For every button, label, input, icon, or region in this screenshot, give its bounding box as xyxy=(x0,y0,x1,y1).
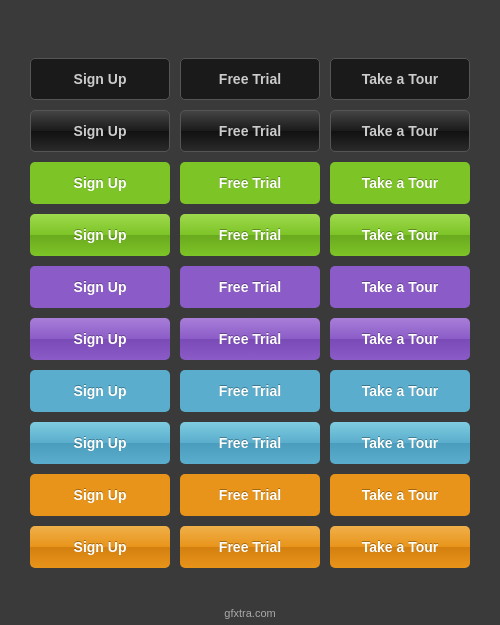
taketour-button[interactable]: Take a Tour xyxy=(330,162,470,204)
signup-button[interactable]: Sign Up xyxy=(30,474,170,516)
freetrial-button[interactable]: Free Trial xyxy=(180,162,320,204)
taketour-button[interactable]: Take a Tour xyxy=(330,370,470,412)
signup-button[interactable]: Sign Up xyxy=(30,162,170,204)
taketour-button[interactable]: Take a Tour xyxy=(330,318,470,360)
signup-button[interactable]: Sign Up xyxy=(30,422,170,464)
button-row-1: Sign UpFree TrialTake a Tour xyxy=(18,110,482,152)
signup-button[interactable]: Sign Up xyxy=(30,318,170,360)
taketour-button[interactable]: Take a Tour xyxy=(330,214,470,256)
freetrial-button[interactable]: Free Trial xyxy=(180,318,320,360)
taketour-button[interactable]: Take a Tour xyxy=(330,526,470,568)
freetrial-button[interactable]: Free Trial xyxy=(180,110,320,152)
watermark: gfxtra.com xyxy=(224,607,275,619)
taketour-button[interactable]: Take a Tour xyxy=(330,266,470,308)
taketour-button[interactable]: Take a Tour xyxy=(330,58,470,100)
freetrial-button[interactable]: Free Trial xyxy=(180,422,320,464)
button-row-3: Sign UpFree TrialTake a Tour xyxy=(18,214,482,256)
signup-button[interactable]: Sign Up xyxy=(30,370,170,412)
freetrial-button[interactable]: Free Trial xyxy=(180,526,320,568)
freetrial-button[interactable]: Free Trial xyxy=(180,214,320,256)
button-row-0: Sign UpFree TrialTake a Tour xyxy=(18,58,482,100)
button-row-2: Sign UpFree TrialTake a Tour xyxy=(18,162,482,204)
button-row-8: Sign UpFree TrialTake a Tour xyxy=(18,474,482,516)
signup-button[interactable]: Sign Up xyxy=(30,266,170,308)
signup-button[interactable]: Sign Up xyxy=(30,214,170,256)
freetrial-button[interactable]: Free Trial xyxy=(180,474,320,516)
button-grid: Sign UpFree TrialTake a TourSign UpFree … xyxy=(0,40,500,586)
taketour-button[interactable]: Take a Tour xyxy=(330,110,470,152)
button-row-7: Sign UpFree TrialTake a Tour xyxy=(18,422,482,464)
button-row-5: Sign UpFree TrialTake a Tour xyxy=(18,318,482,360)
signup-button[interactable]: Sign Up xyxy=(30,526,170,568)
freetrial-button[interactable]: Free Trial xyxy=(180,58,320,100)
taketour-button[interactable]: Take a Tour xyxy=(330,422,470,464)
freetrial-button[interactable]: Free Trial xyxy=(180,370,320,412)
signup-button[interactable]: Sign Up xyxy=(30,110,170,152)
signup-button[interactable]: Sign Up xyxy=(30,58,170,100)
button-row-6: Sign UpFree TrialTake a Tour xyxy=(18,370,482,412)
button-row-4: Sign UpFree TrialTake a Tour xyxy=(18,266,482,308)
button-row-9: Sign UpFree TrialTake a Tour xyxy=(18,526,482,568)
freetrial-button[interactable]: Free Trial xyxy=(180,266,320,308)
taketour-button[interactable]: Take a Tour xyxy=(330,474,470,516)
